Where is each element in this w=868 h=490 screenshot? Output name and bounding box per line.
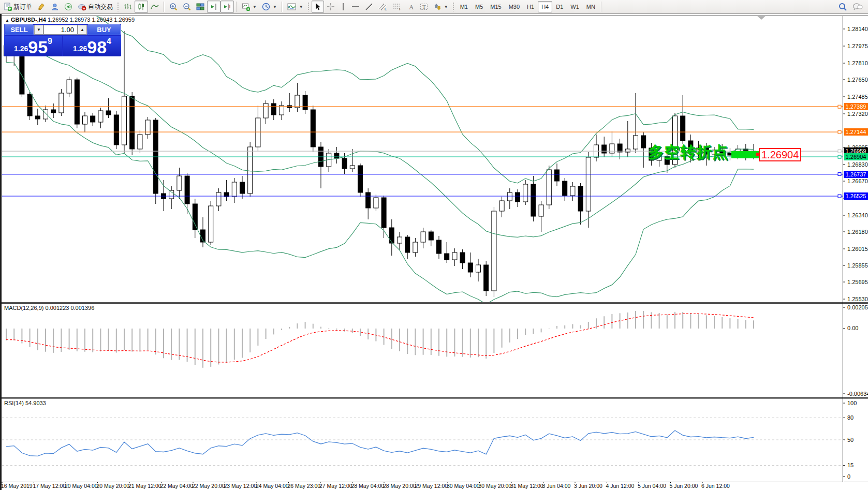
tile-windows-button[interactable] bbox=[194, 1, 207, 13]
cursor-button[interactable] bbox=[312, 1, 324, 13]
price-badge-1.26904: 1.26904 bbox=[844, 153, 868, 160]
volume-input[interactable]: 1.00 bbox=[43, 25, 78, 35]
price-tick-label: 1.26015 bbox=[847, 246, 868, 252]
symbol-collapse-icon[interactable]: ▲ bbox=[5, 18, 9, 23]
timeframe-h1[interactable]: H1 bbox=[523, 1, 538, 12]
autotrading-label: 自动交易 bbox=[88, 3, 113, 11]
auto-scroll-button[interactable] bbox=[207, 1, 220, 13]
arrow-tools-icon bbox=[433, 3, 442, 11]
price-tick-label: 1.27810 bbox=[847, 60, 868, 66]
time-axis-label: 5 Jun 20:00 bbox=[670, 483, 698, 489]
time-axis-label: 31 May 12:00 bbox=[510, 483, 543, 489]
rsi-tick-label: 0 bbox=[847, 473, 850, 480]
trendline-button[interactable] bbox=[362, 1, 376, 13]
time-axis-label: 20 May 04:00 bbox=[65, 483, 98, 489]
candlestick-chart-button[interactable] bbox=[135, 1, 148, 13]
mt4-window: 新订单 自动交易 bbox=[0, 0, 868, 490]
svg-text:E: E bbox=[385, 7, 387, 11]
highlight-rectangle[interactable] bbox=[731, 151, 759, 158]
indicators-button[interactable]: ▼ bbox=[285, 1, 306, 13]
signals-button[interactable] bbox=[62, 1, 75, 13]
vertical-line-button[interactable] bbox=[337, 1, 349, 13]
time-axis-label: 22 May 04:00 bbox=[160, 483, 194, 489]
timeframe-d1[interactable]: D1 bbox=[552, 1, 567, 12]
cursor-icon bbox=[314, 3, 321, 11]
price-tick-label: 1.26180 bbox=[847, 229, 868, 235]
rsi-tick-label: 80 bbox=[847, 414, 854, 421]
annotation-text[interactable]: 多空转折点 bbox=[648, 142, 728, 163]
autotrading-button[interactable]: 自动交易 bbox=[75, 1, 115, 13]
price-tick-label: 1.27975 bbox=[847, 43, 868, 49]
bar-chart-button[interactable] bbox=[121, 1, 135, 13]
text-button[interactable]: A bbox=[405, 1, 417, 13]
horizontal-line-icon bbox=[351, 3, 360, 11]
text-icon: A bbox=[407, 3, 415, 11]
price-tick-label: 1.25530 bbox=[847, 296, 868, 302]
sell-price-head: 1.26 bbox=[14, 44, 28, 53]
svg-text:T: T bbox=[422, 4, 426, 10]
price-tick-label: 1.28140 bbox=[847, 26, 868, 32]
sell-price-sup: 9 bbox=[48, 37, 52, 46]
buy-price[interactable]: 1.26 98 4 bbox=[63, 36, 121, 56]
chat-icon[interactable] bbox=[852, 3, 863, 11]
trendline-icon bbox=[365, 3, 373, 11]
horizontal-line-button[interactable] bbox=[349, 1, 362, 13]
window-left-edge bbox=[0, 14, 2, 490]
time-axis-label: 21 May 12:00 bbox=[128, 483, 161, 489]
timeframe-m5[interactable]: M5 bbox=[472, 1, 487, 12]
search-icon[interactable] bbox=[838, 3, 847, 11]
price-tick-label: 1.26340 bbox=[847, 212, 868, 218]
sell-button[interactable]: SELL bbox=[5, 24, 34, 35]
price-tick-label: 1.26670 bbox=[847, 178, 868, 184]
rsi-tick-label: 100 bbox=[847, 400, 857, 406]
chart-title: ▲ GBPUSD-,H4 1.26952 1.26973 1.26943 1.2… bbox=[5, 17, 135, 23]
metaeditor-button[interactable] bbox=[35, 1, 48, 13]
sell-price[interactable]: 1.26 95 9 bbox=[4, 36, 62, 56]
new-order-button[interactable]: 新订单 bbox=[1, 1, 35, 13]
time-axis-label: 27 May 12:00 bbox=[319, 483, 352, 489]
timeframe-mn[interactable]: MN bbox=[583, 1, 599, 12]
buy-button[interactable]: BUY bbox=[87, 24, 121, 35]
price-tick-label: 1.25695 bbox=[847, 279, 868, 285]
text-label-button[interactable]: T bbox=[417, 1, 431, 13]
fibonacci-button[interactable]: F bbox=[390, 1, 405, 13]
metaeditor-icon bbox=[37, 3, 46, 11]
volume-decrease-button[interactable]: ▼ bbox=[34, 25, 43, 35]
time-axis-label: 22 May 20:00 bbox=[192, 483, 225, 489]
timeframe-w1[interactable]: W1 bbox=[567, 1, 583, 12]
autotrading-icon bbox=[78, 3, 86, 11]
dropdown-arrow-icon: ▼ bbox=[253, 5, 257, 9]
symbol-ohlc: 1.26952 1.26973 1.26943 1.26959 bbox=[48, 17, 135, 23]
line-chart-button[interactable] bbox=[148, 1, 161, 13]
crosshair-button[interactable] bbox=[324, 1, 337, 13]
toolbar-separator bbox=[601, 2, 602, 12]
timeframe-m1[interactable]: M1 bbox=[457, 1, 472, 12]
time-axis-label: 20 May 20:00 bbox=[97, 483, 130, 489]
time-axis-label: 28 May 04:00 bbox=[351, 483, 385, 489]
timeframe-h4[interactable]: H4 bbox=[538, 1, 552, 12]
auto-scroll-icon bbox=[210, 3, 218, 11]
zoom-out-button[interactable] bbox=[180, 1, 194, 13]
profile-button[interactable] bbox=[48, 1, 62, 13]
timeframe-m30[interactable]: M30 bbox=[505, 1, 523, 12]
toolbar-separator bbox=[236, 2, 237, 12]
price-callout-box[interactable]: 1.26904 bbox=[759, 148, 801, 161]
volume-increase-button[interactable]: ▲ bbox=[78, 25, 87, 35]
macd-values: 0.001223 0.001396 bbox=[45, 305, 94, 311]
timeframe-m15[interactable]: M15 bbox=[487, 1, 505, 12]
equidistant-channel-button[interactable]: E bbox=[376, 1, 390, 13]
candlestick-icon bbox=[137, 3, 145, 11]
chart-canvas[interactable] bbox=[0, 0, 868, 490]
arrow-tools-button[interactable]: ▼ bbox=[431, 1, 451, 13]
time-axis-label: 28 May 20:00 bbox=[383, 483, 416, 489]
chart-shift-button[interactable] bbox=[220, 1, 234, 13]
new-chart-button[interactable]: ▼ bbox=[239, 1, 259, 13]
periods-button[interactable]: ▼ bbox=[259, 1, 279, 13]
toolbar-separator bbox=[164, 2, 165, 12]
rsi-label: RSI(14) 54.9033 bbox=[4, 400, 46, 406]
tile-windows-icon bbox=[196, 3, 204, 11]
macd-tick-label: 0.002059 bbox=[847, 304, 868, 310]
new-order-label: 新订单 bbox=[13, 3, 32, 11]
vertical-line-icon bbox=[340, 3, 346, 11]
zoom-in-button[interactable] bbox=[167, 1, 180, 13]
